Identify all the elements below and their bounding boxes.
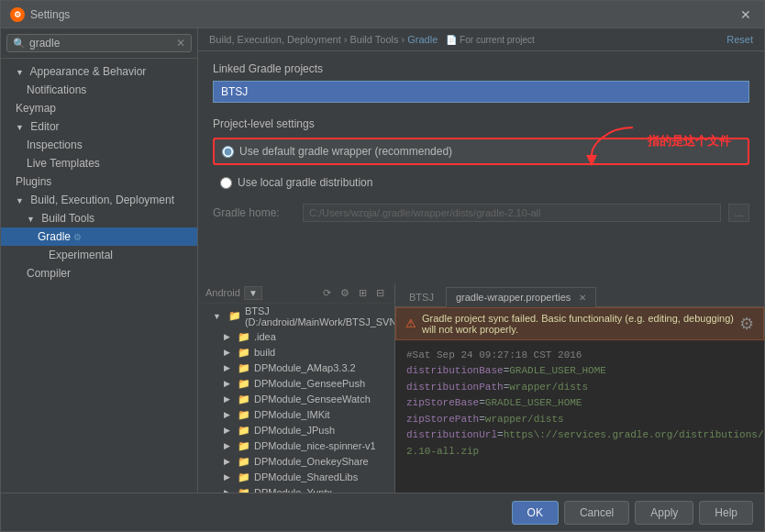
tree-item-sharedlibs[interactable]: ▶ 📁 DPModule_SharedLibs (198, 470, 394, 485)
collapse-icon[interactable]: ⊟ (373, 286, 387, 300)
tree-item-imkit[interactable]: ▶ 📁 DPModule_IMKit (198, 407, 394, 423)
error-banner: ⚠ Gradle project sync failed. Basic func… (395, 307, 764, 340)
help-button[interactable]: Help (699, 501, 753, 525)
folder-icon: 📁 (238, 456, 250, 468)
android-dropdown[interactable]: ▼ (244, 286, 262, 300)
code-line-1: distributionBase=GRADLE_USER_HOME (406, 363, 753, 380)
ok-button[interactable]: OK (512, 501, 559, 525)
tree-item-idea[interactable]: ▶ 📁 .idea (198, 329, 394, 345)
gradle-settings-content: Linked Gradle projects BTSJ Project-leve… (198, 51, 764, 283)
expand-triangle: ▶ (224, 457, 230, 466)
tree-item-gensee-push[interactable]: ▶ 📁 DPModule_GenseePush (198, 376, 394, 392)
linked-projects-box[interactable]: BTSJ (213, 81, 749, 103)
error-settings-icon[interactable]: ⚙ (739, 314, 754, 334)
main-panel: Build, Execution, Deployment › Build Too… (198, 28, 764, 493)
error-text: Gradle project sync failed. Basic functi… (422, 313, 734, 335)
radio-local-wrapper: Use local gradle distribution (213, 171, 749, 194)
breadcrumb-bar: Build, Execution, Deployment › Build Too… (198, 28, 764, 51)
sidebar-item-build-exec-deploy[interactable]: ▼ Build, Execution, Deployment (1, 191, 197, 209)
code-line-5: distributionUrl=https\://services.gradle… (406, 427, 753, 460)
search-bar: 🔍 ✕ (1, 28, 197, 59)
sidebar-item-plugins[interactable]: Plugins (1, 172, 197, 191)
expand-triangle: ▶ (224, 363, 230, 372)
tree-item-nice-spinner[interactable]: ▶ 📁 DPModule_nice-spinner-v1 (198, 438, 394, 454)
tree-item-gensee-watch[interactable]: ▶ 📁 DPModule_GenseeWatch (198, 392, 394, 407)
tree-item-jpush[interactable]: ▶ 📁 DPModule_JPush (198, 423, 394, 438)
folder-icon: 📁 (238, 409, 250, 421)
radio-default-wrapper: Use default gradle wrapper (recommended) (213, 138, 749, 165)
expand-triangle: ▶ (224, 426, 230, 435)
folder-icon: 📁 (238, 440, 250, 452)
dialog-body: 🔍 ✕ ▼ Appearance & Behavior Notification… (1, 28, 764, 493)
folder-icon: 📁 (238, 393, 250, 405)
file-tab-gradle-properties[interactable]: gradle-wrapper.properties ✕ (446, 287, 596, 307)
bottom-split: Android ▼ ⟳ ⚙ ⊞ ⊟ ▼ 📁 BTSJ (D:/android/M… (198, 283, 764, 493)
expand-triangle: ▼ (213, 312, 221, 321)
sidebar-item-gradle[interactable]: Gradle ⚙ (1, 227, 197, 246)
android-header: Android ▼ ⟳ ⚙ ⊞ ⊟ (198, 283, 394, 304)
expand-icon: ▼ (16, 68, 24, 77)
cancel-button[interactable]: Cancel (564, 501, 629, 525)
gradle-home-browse-button[interactable]: ... (728, 204, 749, 222)
project-tree-panel: Android ▼ ⟳ ⚙ ⊞ ⊟ ▼ 📁 BTSJ (D:/android/M… (198, 283, 395, 493)
tree-item-onekeyshare[interactable]: ▶ 📁 DPModule_OnekeyShare (198, 454, 394, 470)
sync-icon[interactable]: ⟳ (320, 286, 334, 300)
project-settings-label: Project-level settings (213, 117, 749, 130)
gradle-config-icon: ⚙ (73, 232, 82, 242)
close-button[interactable]: ✕ (737, 7, 755, 22)
expand-icon[interactable]: ⊞ (356, 286, 370, 300)
breadcrumb-current: Gradle (407, 34, 438, 45)
sidebar-tree: ▼ Appearance & Behavior Notifications Ke… (1, 59, 197, 493)
settings-icon[interactable]: ⚙ (338, 286, 352, 300)
expand-triangle: ▶ (224, 332, 230, 341)
radio-local-input[interactable] (220, 177, 232, 189)
linked-project-value: BTSJ (221, 85, 248, 98)
sidebar-item-inspections[interactable]: Inspections (1, 136, 197, 154)
tab-label-btsj: BTSJ (409, 292, 434, 303)
radio-local-label: Use local gradle distribution (238, 176, 372, 189)
sidebar-item-notifications[interactable]: Notifications (1, 81, 197, 99)
file-tabs: BTSJ gradle-wrapper.properties ✕ (395, 283, 764, 307)
settings-dialog: ⚙ Settings ✕ 🔍 ✕ ▼ Appearance & Behavior (0, 0, 765, 532)
file-tab-btsj[interactable]: BTSJ (399, 287, 444, 306)
linked-projects-label: Linked Gradle projects (213, 62, 749, 75)
expand-triangle: ▶ (224, 348, 230, 357)
apply-button[interactable]: Apply (635, 501, 693, 525)
error-icon: ⚠ (405, 316, 416, 330)
tree-item-btsj[interactable]: ▼ 📁 BTSJ (D:/android/MainWork/BTSJ_SVN_C… (198, 304, 394, 329)
tab-close-icon[interactable]: ✕ (579, 293, 586, 303)
tree-item-amap[interactable]: ▶ 📁 DPModule_AMap3.3.2 (198, 360, 394, 376)
sidebar: 🔍 ✕ ▼ Appearance & Behavior Notification… (1, 28, 198, 493)
tree-item-yuntx[interactable]: ▶ 📁 DPModule_Yuntx (198, 485, 394, 493)
app-icon: ⚙ (10, 7, 25, 22)
sidebar-item-live-templates[interactable]: Live Templates (1, 154, 197, 172)
radio-default-wrapper-input[interactable] (222, 146, 234, 158)
dialog-footer: OK Cancel Apply Help (1, 493, 764, 531)
code-line-3: zipStoreBase=GRADLE_USER_HOME (406, 395, 753, 412)
scope-label: 📄 For current project (446, 35, 534, 45)
tab-label-properties: gradle-wrapper.properties (456, 292, 571, 303)
dialog-title: Settings (30, 8, 70, 21)
expand-triangle: ▶ (224, 410, 230, 419)
folder-icon: 📁 (238, 362, 250, 374)
file-content: ⚠ Gradle project sync failed. Basic func… (395, 307, 764, 493)
tree-item-build[interactable]: ▶ 📁 build (198, 345, 394, 360)
gradle-home-input[interactable] (303, 204, 721, 222)
sidebar-item-compiler[interactable]: Compiler (1, 264, 197, 283)
sidebar-item-keymap[interactable]: Keymap (1, 99, 197, 117)
code-line-2: distributionPath=wrapper/dists (406, 380, 753, 396)
expand-triangle: ▶ (224, 394, 230, 404)
sidebar-item-editor[interactable]: ▼ Editor (1, 117, 197, 136)
folder-icon: 📁 (238, 378, 250, 390)
sidebar-item-appearance[interactable]: ▼ Appearance & Behavior (1, 62, 197, 81)
folder-icon: 📁 (238, 425, 250, 437)
sidebar-item-experimental[interactable]: Experimental (1, 246, 197, 264)
code-line-4: zipStorePath=wrapper/dists (406, 412, 753, 428)
folder-icon: 📁 (238, 347, 250, 359)
clear-search-icon[interactable]: ✕ (176, 37, 185, 50)
sidebar-item-build-tools[interactable]: ▼ Build Tools (1, 209, 197, 227)
search-input[interactable] (29, 37, 172, 50)
android-label: Android (205, 287, 240, 298)
reset-button[interactable]: Reset (726, 34, 753, 45)
right-file-panel: BTSJ gradle-wrapper.properties ✕ ⚠ Gradl… (395, 283, 764, 493)
